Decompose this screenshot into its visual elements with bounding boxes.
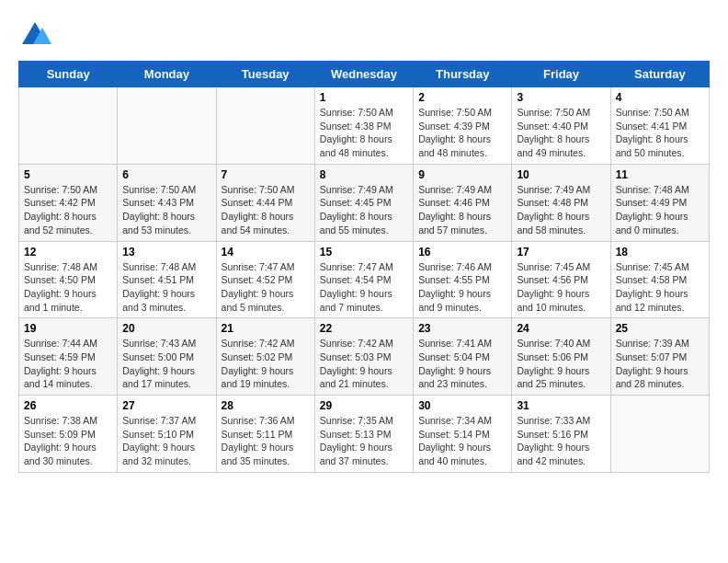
- day-info: Sunrise: 7:50 AM Sunset: 4:41 PM Dayligh…: [616, 106, 704, 160]
- calendar-cell: 3Sunrise: 7:50 AM Sunset: 4:40 PM Daylig…: [512, 87, 610, 165]
- day-number: 7: [222, 168, 310, 181]
- day-number: 22: [320, 322, 408, 335]
- calendar-week: 19Sunrise: 7:44 AM Sunset: 4:59 PM Dayli…: [19, 318, 710, 396]
- calendar-cell: 20Sunrise: 7:43 AM Sunset: 5:00 PM Dayli…: [118, 318, 216, 396]
- day-number: 11: [616, 168, 704, 181]
- day-info: Sunrise: 7:49 AM Sunset: 4:45 PM Dayligh…: [320, 183, 408, 237]
- day-info: Sunrise: 7:44 AM Sunset: 4:59 PM Dayligh…: [24, 337, 112, 391]
- day-number: 21: [222, 322, 310, 335]
- calendar-header: SundayMondayTuesdayWednesdayThursdayFrid…: [19, 62, 710, 87]
- calendar-cell: 26Sunrise: 7:38 AM Sunset: 5:09 PM Dayli…: [19, 396, 118, 473]
- calendar-cell: 14Sunrise: 7:47 AM Sunset: 4:52 PM Dayli…: [216, 241, 314, 318]
- day-number: 3: [517, 91, 605, 104]
- calendar-cell: [118, 87, 216, 165]
- calendar-cell: 17Sunrise: 7:45 AM Sunset: 4:56 PM Dayli…: [512, 241, 610, 318]
- calendar-cell: [216, 87, 314, 165]
- day-info: Sunrise: 7:46 AM Sunset: 4:55 PM Dayligh…: [418, 260, 506, 315]
- calendar-week: 5Sunrise: 7:50 AM Sunset: 4:42 PM Daylig…: [19, 164, 710, 241]
- day-info: Sunrise: 7:35 AM Sunset: 5:13 PM Dayligh…: [320, 414, 408, 468]
- day-info: Sunrise: 7:49 AM Sunset: 4:48 PM Dayligh…: [517, 183, 605, 237]
- calendar-cell: [610, 396, 709, 473]
- day-number: 29: [320, 399, 408, 412]
- calendar-cell: 10Sunrise: 7:49 AM Sunset: 4:48 PM Dayli…: [512, 164, 610, 241]
- calendar-cell: 6Sunrise: 7:50 AM Sunset: 4:43 PM Daylig…: [118, 164, 216, 241]
- day-number: 19: [24, 322, 112, 335]
- day-info: Sunrise: 7:50 AM Sunset: 4:44 PM Dayligh…: [222, 183, 310, 237]
- day-number: 18: [616, 246, 704, 259]
- day-header: Tuesday: [216, 62, 314, 87]
- day-number: 10: [517, 168, 605, 181]
- day-info: Sunrise: 7:48 AM Sunset: 4:50 PM Dayligh…: [24, 260, 112, 315]
- day-number: 17: [517, 246, 605, 259]
- day-info: Sunrise: 7:38 AM Sunset: 5:09 PM Dayligh…: [24, 414, 112, 468]
- logo-icon: [18, 18, 51, 52]
- day-number: 30: [418, 399, 506, 412]
- calendar-cell: 7Sunrise: 7:50 AM Sunset: 4:44 PM Daylig…: [216, 164, 314, 241]
- calendar-cell: 12Sunrise: 7:48 AM Sunset: 4:50 PM Dayli…: [19, 241, 118, 318]
- calendar-cell: 15Sunrise: 7:47 AM Sunset: 4:54 PM Dayli…: [314, 241, 413, 318]
- day-number: 1: [320, 91, 408, 104]
- calendar-cell: 18Sunrise: 7:45 AM Sunset: 4:58 PM Dayli…: [610, 241, 709, 318]
- day-header: Friday: [512, 62, 610, 87]
- calendar-cell: 11Sunrise: 7:48 AM Sunset: 4:49 PM Dayli…: [610, 164, 709, 241]
- day-number: 9: [418, 168, 506, 181]
- day-number: 13: [122, 246, 210, 259]
- day-info: Sunrise: 7:50 AM Sunset: 4:40 PM Dayligh…: [517, 106, 605, 160]
- day-number: 25: [616, 322, 704, 335]
- day-info: Sunrise: 7:47 AM Sunset: 4:52 PM Dayligh…: [222, 260, 310, 315]
- day-number: 14: [222, 246, 310, 259]
- calendar-cell: 4Sunrise: 7:50 AM Sunset: 4:41 PM Daylig…: [610, 87, 709, 165]
- day-info: Sunrise: 7:36 AM Sunset: 5:11 PM Dayligh…: [222, 414, 310, 468]
- day-info: Sunrise: 7:48 AM Sunset: 4:49 PM Dayligh…: [616, 183, 704, 237]
- day-header: Monday: [118, 62, 216, 87]
- calendar-cell: 9Sunrise: 7:49 AM Sunset: 4:46 PM Daylig…: [414, 164, 512, 241]
- day-info: Sunrise: 7:37 AM Sunset: 5:10 PM Dayligh…: [122, 414, 210, 468]
- day-number: 16: [418, 246, 506, 259]
- day-number: 15: [320, 246, 408, 259]
- day-info: Sunrise: 7:50 AM Sunset: 4:39 PM Dayligh…: [418, 106, 506, 160]
- logo: [18, 18, 57, 52]
- day-info: Sunrise: 7:47 AM Sunset: 4:54 PM Dayligh…: [320, 260, 408, 315]
- day-number: 5: [24, 168, 112, 181]
- calendar: SundayMondayTuesdayWednesdayThursdayFrid…: [18, 61, 710, 473]
- day-header: Saturday: [610, 62, 709, 87]
- header: [18, 18, 710, 52]
- day-info: Sunrise: 7:43 AM Sunset: 5:00 PM Dayligh…: [122, 337, 210, 391]
- day-number: 12: [24, 246, 112, 259]
- calendar-cell: 27Sunrise: 7:37 AM Sunset: 5:10 PM Dayli…: [118, 396, 216, 473]
- calendar-cell: 16Sunrise: 7:46 AM Sunset: 4:55 PM Dayli…: [414, 241, 512, 318]
- calendar-cell: 29Sunrise: 7:35 AM Sunset: 5:13 PM Dayli…: [314, 396, 413, 473]
- calendar-cell: [19, 87, 118, 165]
- calendar-cell: 1Sunrise: 7:50 AM Sunset: 4:38 PM Daylig…: [314, 87, 413, 165]
- day-info: Sunrise: 7:48 AM Sunset: 4:51 PM Dayligh…: [122, 260, 210, 315]
- calendar-week: 26Sunrise: 7:38 AM Sunset: 5:09 PM Dayli…: [19, 396, 710, 473]
- day-number: 23: [418, 322, 506, 335]
- day-number: 8: [320, 168, 408, 181]
- calendar-cell: 28Sunrise: 7:36 AM Sunset: 5:11 PM Dayli…: [216, 396, 314, 473]
- calendar-cell: 5Sunrise: 7:50 AM Sunset: 4:42 PM Daylig…: [19, 164, 118, 241]
- calendar-cell: 2Sunrise: 7:50 AM Sunset: 4:39 PM Daylig…: [414, 87, 512, 165]
- day-info: Sunrise: 7:40 AM Sunset: 5:06 PM Dayligh…: [517, 337, 605, 391]
- day-header: Wednesday: [314, 62, 413, 87]
- day-number: 6: [122, 168, 210, 181]
- day-info: Sunrise: 7:33 AM Sunset: 5:16 PM Dayligh…: [517, 414, 605, 468]
- day-info: Sunrise: 7:50 AM Sunset: 4:42 PM Dayligh…: [24, 183, 112, 237]
- day-info: Sunrise: 7:50 AM Sunset: 4:38 PM Dayligh…: [320, 106, 408, 160]
- day-number: 27: [122, 399, 210, 412]
- day-number: 4: [616, 91, 704, 104]
- calendar-cell: 19Sunrise: 7:44 AM Sunset: 4:59 PM Dayli…: [19, 318, 118, 396]
- calendar-cell: 31Sunrise: 7:33 AM Sunset: 5:16 PM Dayli…: [512, 396, 610, 473]
- day-info: Sunrise: 7:42 AM Sunset: 5:02 PM Dayligh…: [222, 337, 310, 391]
- day-header: Thursday: [414, 62, 512, 87]
- day-info: Sunrise: 7:45 AM Sunset: 4:56 PM Dayligh…: [517, 260, 605, 315]
- day-info: Sunrise: 7:42 AM Sunset: 5:03 PM Dayligh…: [320, 337, 408, 391]
- calendar-week: 12Sunrise: 7:48 AM Sunset: 4:50 PM Dayli…: [19, 241, 710, 318]
- calendar-cell: 13Sunrise: 7:48 AM Sunset: 4:51 PM Dayli…: [118, 241, 216, 318]
- calendar-week: 1Sunrise: 7:50 AM Sunset: 4:38 PM Daylig…: [19, 87, 710, 165]
- calendar-cell: 21Sunrise: 7:42 AM Sunset: 5:02 PM Dayli…: [216, 318, 314, 396]
- calendar-cell: 23Sunrise: 7:41 AM Sunset: 5:04 PM Dayli…: [414, 318, 512, 396]
- calendar-cell: 22Sunrise: 7:42 AM Sunset: 5:03 PM Dayli…: [314, 318, 413, 396]
- day-number: 26: [24, 399, 112, 412]
- day-info: Sunrise: 7:50 AM Sunset: 4:43 PM Dayligh…: [122, 183, 210, 237]
- day-info: Sunrise: 7:45 AM Sunset: 4:58 PM Dayligh…: [616, 260, 704, 315]
